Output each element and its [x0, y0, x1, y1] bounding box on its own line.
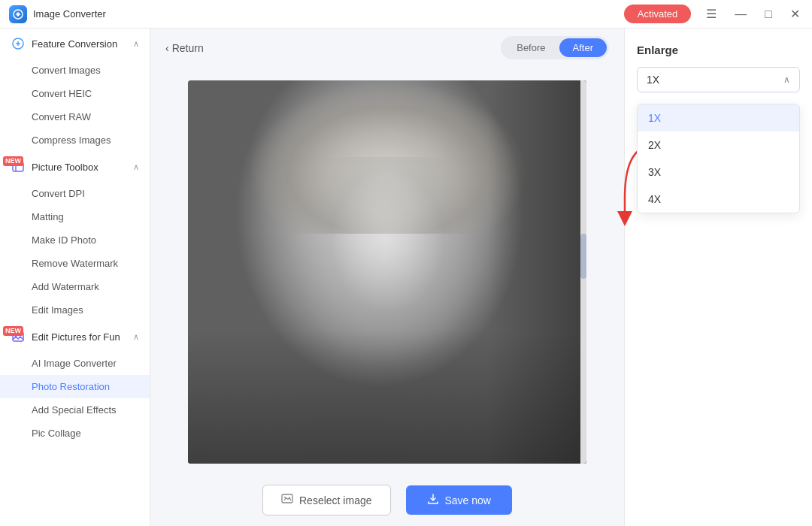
- svg-point-6: [284, 497, 286, 498]
- edit-pictures-chevron: ∧: [133, 332, 139, 342]
- right-panel: Enlarge 1X ∧ 1X 2X 3X 4X: [624, 29, 812, 526]
- reselect-button[interactable]: Reselect image: [262, 485, 391, 515]
- return-arrow-icon: ‹: [165, 42, 169, 54]
- close-button[interactable]: ✕: [787, 8, 803, 20]
- sidebar-item-make-id-photo[interactable]: Make ID Photo: [0, 228, 150, 252]
- action-bar: Reselect image Save now: [150, 477, 624, 526]
- scroll-indicator[interactable]: [580, 80, 586, 464]
- right-shadow: [487, 80, 587, 464]
- reselect-icon: [281, 493, 293, 507]
- sidebar-item-edit-images[interactable]: Edit Images: [0, 298, 150, 322]
- sidebar-item-convert-dpi[interactable]: Convert DPI: [0, 182, 150, 205]
- after-button[interactable]: After: [559, 38, 607, 57]
- app-title: Image Converter: [33, 8, 624, 20]
- sidebar: Feature Conversion ∧ Convert Images Conv…: [0, 29, 150, 526]
- scroll-thumb: [580, 234, 586, 279]
- feature-conversion-icon: [11, 36, 26, 51]
- app-body: Feature Conversion ∧ Convert Images Conv…: [0, 29, 812, 526]
- minimize-button[interactable]: —: [732, 8, 750, 20]
- sidebar-item-convert-raw[interactable]: Convert RAW: [0, 105, 150, 128]
- image-area: [150, 67, 624, 477]
- sidebar-item-add-special-effects[interactable]: Add Special Effects: [0, 398, 150, 422]
- save-label: Save now: [445, 494, 491, 506]
- sidebar-item-remove-watermark[interactable]: Remove Watermark: [0, 252, 150, 275]
- before-after-toggle: Before After: [501, 36, 609, 59]
- sidebar-item-add-watermark[interactable]: Add Watermark: [0, 275, 150, 298]
- sidebar-section-picture-toolbox[interactable]: NEW Picture Toolbox ∧: [0, 152, 150, 182]
- maximize-button[interactable]: □: [762, 8, 775, 20]
- app-logo: [9, 5, 27, 23]
- window-controls: ☰ — □ ✕: [703, 8, 803, 20]
- picture-toolbox-label: Picture Toolbox: [32, 162, 98, 173]
- sidebar-item-pic-collage[interactable]: Pic Collage: [0, 422, 150, 445]
- sidebar-section-edit-pictures[interactable]: NEW Edit Pictures for Fun ∧: [0, 322, 150, 352]
- menu-button[interactable]: ☰: [703, 8, 720, 20]
- enlarge-label: Enlarge: [637, 44, 800, 56]
- feature-conversion-label: Feature Conversion: [32, 38, 117, 50]
- dropdown-option-2x[interactable]: 2X: [638, 132, 799, 159]
- dropdown-selected-value: 1X: [647, 74, 659, 86]
- enlarge-dropdown[interactable]: 1X ∧: [637, 67, 800, 92]
- sidebar-item-convert-heic[interactable]: Convert HEIC: [0, 82, 150, 105]
- sidebar-item-matting[interactable]: Matting: [0, 205, 150, 228]
- save-button[interactable]: Save now: [406, 485, 512, 515]
- picture-toolbox-chevron: ∧: [133, 162, 139, 172]
- activated-button[interactable]: Activated: [624, 5, 691, 23]
- feature-conversion-chevron: ∧: [133, 39, 139, 49]
- main-content: ‹ Return Before After: [150, 29, 624, 526]
- main-toolbar: ‹ Return Before After: [150, 29, 624, 67]
- dropdown-option-4x[interactable]: 4X: [638, 186, 799, 213]
- sidebar-item-convert-images[interactable]: Convert Images: [0, 59, 150, 82]
- picture-toolbox-new-badge: NEW: [3, 156, 23, 166]
- return-button[interactable]: ‹ Return: [165, 42, 204, 54]
- dropdown-chevron-icon: ∧: [783, 74, 790, 85]
- reselect-label: Reselect image: [299, 494, 372, 506]
- dropdown-option-1x[interactable]: 1X: [638, 104, 799, 132]
- sidebar-item-compress-images[interactable]: Compress Images: [0, 128, 150, 152]
- sidebar-item-photo-restoration[interactable]: Photo Restoration: [0, 375, 150, 398]
- edit-pictures-new-badge: NEW: [3, 326, 23, 336]
- before-button[interactable]: Before: [503, 38, 559, 57]
- dropdown-list: 1X 2X 3X 4X: [637, 104, 800, 213]
- dropdown-option-3x[interactable]: 3X: [638, 159, 799, 186]
- return-label: Return: [172, 42, 204, 54]
- save-icon: [427, 493, 439, 507]
- sidebar-item-ai-image-converter[interactable]: AI Image Converter: [0, 352, 150, 375]
- edit-pictures-label: Edit Pictures for Fun: [32, 331, 120, 343]
- image-container: [188, 80, 586, 464]
- title-bar: Image Converter Activated ☰ — □ ✕: [0, 0, 812, 29]
- sidebar-section-feature-conversion[interactable]: Feature Conversion ∧: [0, 29, 150, 59]
